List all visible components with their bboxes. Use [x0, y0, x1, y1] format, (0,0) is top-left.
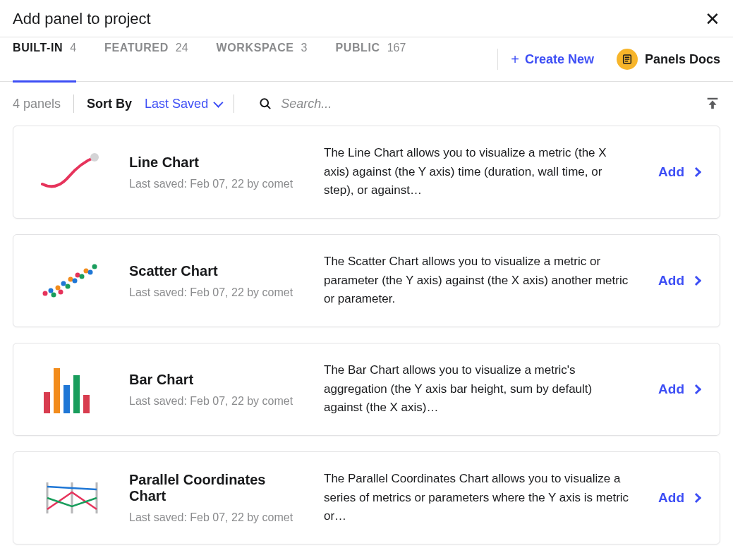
panel-saved-text: Last saved: Feb 07, 22 by comet	[129, 395, 305, 408]
svg-point-17	[75, 273, 80, 278]
panel-saved-text: Last saved: Feb 07, 22 by comet	[129, 178, 305, 190]
svg-point-15	[68, 277, 73, 282]
panel-card-line-chart[interactable]: Line Chart Last saved: Feb 07, 22 by com…	[13, 126, 720, 219]
sort-by-label: Sort By	[87, 97, 132, 111]
tab-label: WORKSPACE	[217, 42, 294, 54]
docs-label: Panels Docs	[645, 52, 720, 67]
add-button[interactable]: Add	[658, 490, 700, 506]
chevron-right-icon	[691, 493, 701, 503]
sort-value-text: Last Saved	[145, 97, 208, 111]
add-label: Add	[658, 273, 684, 288]
line-chart-icon	[33, 143, 111, 201]
svg-point-16	[73, 279, 78, 284]
modal-title: Add panel to project	[13, 10, 151, 28]
tab-count: 4	[70, 42, 76, 54]
chevron-right-icon	[691, 384, 701, 394]
filter-row: 4 panels Sort By Last Saved	[0, 82, 733, 126]
svg-point-14	[66, 284, 71, 289]
svg-point-9	[49, 288, 54, 293]
add-label: Add	[658, 490, 684, 506]
svg-point-7	[90, 153, 99, 162]
tab-built-in[interactable]: BUILT-IN 4	[13, 37, 76, 82]
chevron-down-icon	[213, 98, 223, 108]
sort-dropdown[interactable]: Last Saved	[145, 97, 221, 111]
panel-name: Line Chart	[129, 154, 305, 171]
panel-description: The Line Chart allows you to visualize a…	[324, 144, 640, 200]
panels-docs-link[interactable]: Panels Docs	[617, 49, 720, 70]
tab-public[interactable]: PUBLIC 167	[336, 37, 406, 82]
close-icon: ✕	[705, 8, 720, 30]
svg-point-19	[84, 269, 89, 274]
add-label: Add	[658, 164, 684, 180]
svg-rect-6	[708, 98, 718, 99]
add-button[interactable]: Add	[658, 273, 700, 288]
chevron-right-icon	[691, 276, 701, 286]
panel-card-parallel-coordinates[interactable]: Parallel Coordinates Chart Last saved: F…	[13, 451, 720, 544]
svg-point-12	[59, 290, 63, 295]
panel-description: The Bar Chart allows you to visualize a …	[324, 361, 640, 417]
svg-rect-22	[44, 392, 50, 413]
svg-rect-26	[83, 395, 90, 413]
svg-rect-25	[73, 375, 80, 413]
svg-point-20	[88, 270, 93, 275]
tab-count: 24	[176, 42, 188, 54]
svg-point-18	[80, 274, 85, 279]
panel-saved-text: Last saved: Feb 07, 22 by comet	[129, 511, 305, 524]
svg-line-5	[267, 106, 270, 109]
add-button[interactable]: Add	[658, 382, 700, 397]
panel-description: The Parallel Coordinates Chart allows yo…	[324, 470, 640, 525]
svg-point-8	[43, 291, 48, 296]
docs-icon	[617, 49, 638, 70]
tab-count: 167	[387, 42, 406, 54]
panel-name: Parallel Coordinates Chart	[129, 472, 305, 504]
panel-saved-text: Last saved: Feb 07, 22 by comet	[129, 286, 305, 299]
search-input[interactable]	[281, 97, 692, 111]
tab-workspace[interactable]: WORKSPACE 3	[217, 37, 308, 82]
close-button[interactable]: ✕	[705, 10, 720, 28]
create-new-label: Create New	[525, 52, 594, 67]
divider	[73, 95, 74, 113]
svg-rect-23	[54, 368, 60, 413]
tab-label: BUILT-IN	[13, 42, 63, 54]
chevron-right-icon	[691, 167, 701, 177]
panel-list: Line Chart Last saved: Feb 07, 22 by com…	[0, 126, 733, 560]
tab-label: PUBLIC	[336, 42, 380, 54]
bar-chart-icon	[33, 360, 111, 418]
panel-description: The Scatter Chart allows you to visualiz…	[324, 252, 640, 308]
panel-card-scatter-chart[interactable]: Scatter Chart Last saved: Feb 07, 22 by …	[13, 234, 720, 327]
tab-count: 3	[301, 42, 308, 54]
scatter-chart-icon	[33, 252, 111, 310]
add-button[interactable]: Add	[658, 164, 700, 180]
tab-label: FEATURED	[104, 42, 169, 54]
plus-icon: +	[511, 51, 519, 68]
svg-point-11	[56, 286, 61, 291]
search-icon	[258, 97, 272, 111]
panel-card-bar-chart[interactable]: Bar Chart Last saved: Feb 07, 22 by come…	[13, 343, 720, 436]
panel-count-text: 4 panels	[13, 97, 61, 111]
divider	[234, 95, 234, 113]
divider	[497, 49, 498, 70]
panel-name: Scatter Chart	[129, 263, 305, 279]
svg-point-10	[52, 293, 56, 298]
tabs-row: BUILT-IN 4 FEATURED 24 WORKSPACE 3 PUBLI…	[0, 37, 733, 82]
svg-point-21	[92, 264, 97, 269]
parallel-coordinates-icon	[33, 469, 111, 527]
panel-name: Bar Chart	[129, 372, 305, 388]
svg-rect-24	[63, 385, 70, 413]
create-new-button[interactable]: + Create New	[511, 51, 594, 68]
upload-icon[interactable]	[705, 95, 720, 112]
svg-point-13	[61, 281, 66, 286]
add-label: Add	[658, 382, 684, 397]
tab-featured[interactable]: FEATURED 24	[104, 37, 188, 82]
